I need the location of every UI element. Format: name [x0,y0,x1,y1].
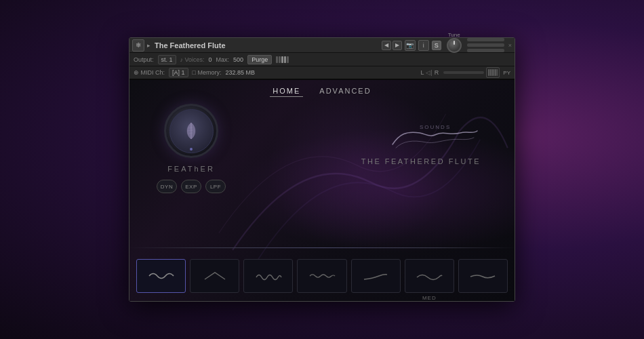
voices-label: ♪ Voices: [180,56,205,63]
svg-rect-0 [488,69,489,76]
tab-advanced[interactable]: ADVANCED [317,85,374,97]
svg-rect-3 [494,69,495,76]
snowflake-button[interactable]: ❄ [132,39,144,52]
articulation-2[interactable] [190,259,239,293]
level-bar-2 [279,56,281,63]
knob-indicator [190,148,193,151]
main-knob[interactable] [164,104,218,158]
info-button[interactable]: i [418,40,429,51]
articulation-6[interactable]: MED [405,259,454,293]
slider-3[interactable] [467,49,504,52]
level-meter [276,56,289,63]
nav-next-button[interactable]: ▶ [393,41,402,50]
brand-area: SOUNDS THE FEATHERED FLUTE [361,121,481,165]
articulation-3[interactable] [243,259,293,293]
slider-2[interactable] [467,43,504,47]
art-6-label: MED [422,295,437,301]
articulation-5[interactable] [351,259,401,293]
logo-area: FEAThER DYN EXP LPF [157,104,226,193]
svg-rect-1 [490,69,491,76]
memory-label: □ Memory: [193,69,222,76]
lr-mid: ◁| [426,69,432,76]
signature-svg: SOUNDS [386,121,481,155]
purge-button[interactable]: Purge [247,55,272,64]
divider-line [129,247,515,248]
knob-inner [169,109,214,153]
lr-right[interactable]: R [435,69,439,76]
art-wave-icon [148,269,175,283]
art-trill-icon [255,269,282,283]
level-bar-4 [284,56,286,63]
dyn-button[interactable]: DYN [157,180,177,193]
output-value[interactable]: st. 1 [158,55,176,64]
midi-label: ⊕ MIDI Ch: [134,69,165,76]
control-buttons: DYN EXP LPF [157,180,226,193]
feather-label: FEAThER [167,165,215,173]
svg-rect-2 [491,69,493,76]
level-bar-5 [287,56,289,63]
art-vibrato-icon [308,269,336,283]
main-content: HOME ADVANCED FEAThER [129,80,515,301]
kontakt-window: ❄ ▸ The Feathered Flute ◀ ▶ 📷 i S Tune 0… [129,37,515,302]
tab-home[interactable]: HOME [270,85,303,97]
camera-button[interactable]: 📷 [405,40,416,51]
memory-value: 232.85 MB [225,69,255,76]
voices-value: 0 [209,56,212,63]
svg-text:SOUNDS: SOUNDS [420,124,451,130]
slider-1[interactable] [467,38,504,41]
max-label: Max: [216,56,230,63]
instrument-title: The Feathered Flute [155,41,379,49]
close-button[interactable]: × [508,42,512,49]
max-value: 500 [233,56,243,63]
nav-prev-button[interactable]: ◀ [382,41,391,50]
art-flatwave-icon [469,269,496,283]
exp-button[interactable]: EXP [181,180,201,193]
tune-knob[interactable] [447,38,462,53]
nav-tabs: HOME ADVANCED [129,85,515,97]
lr-left[interactable]: L [420,69,424,76]
py-label: PY [503,70,510,76]
tune-label: Tune [448,32,460,38]
title-arrow: ▸ [147,42,150,49]
output-label: Output: [134,56,154,63]
svg-rect-4 [495,69,496,76]
articulation-1[interactable] [136,259,186,293]
brand-name: THE FEATHERED FLUTE [361,157,481,165]
midi-value[interactable]: [A] 1 [169,68,188,77]
level-bar-1 [276,56,278,63]
articulation-7[interactable] [458,259,508,293]
feather-icon [182,120,201,142]
piano-icon[interactable] [486,67,500,78]
art-attack-icon [201,269,228,283]
svg-rect-5 [497,69,498,76]
level-bar-3 [281,56,283,63]
articulation-bar: MED [136,259,508,293]
articulation-4[interactable] [297,259,346,293]
art-longwave-icon [416,269,443,283]
lpf-button[interactable]: LPF [205,180,226,193]
art-bend-icon [362,269,389,283]
lr-slider[interactable] [443,71,484,74]
s-button[interactable]: S [432,41,441,50]
